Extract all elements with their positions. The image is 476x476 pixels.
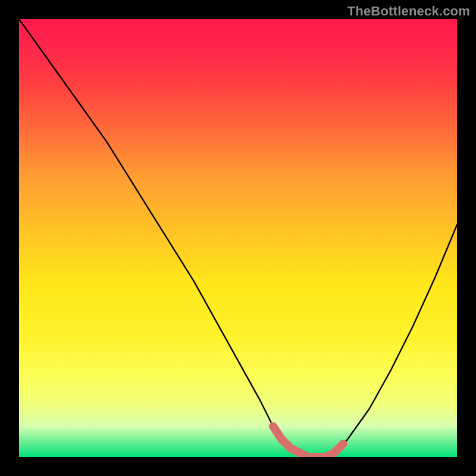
chart-stage: TheBottleneck.com (0, 0, 476, 476)
curve-svg (19, 19, 457, 457)
bottleneck-highlight (273, 426, 343, 457)
plot-area (19, 19, 457, 457)
watermark-text: TheBottleneck.com (347, 4, 470, 19)
bottleneck-curve (19, 19, 457, 457)
